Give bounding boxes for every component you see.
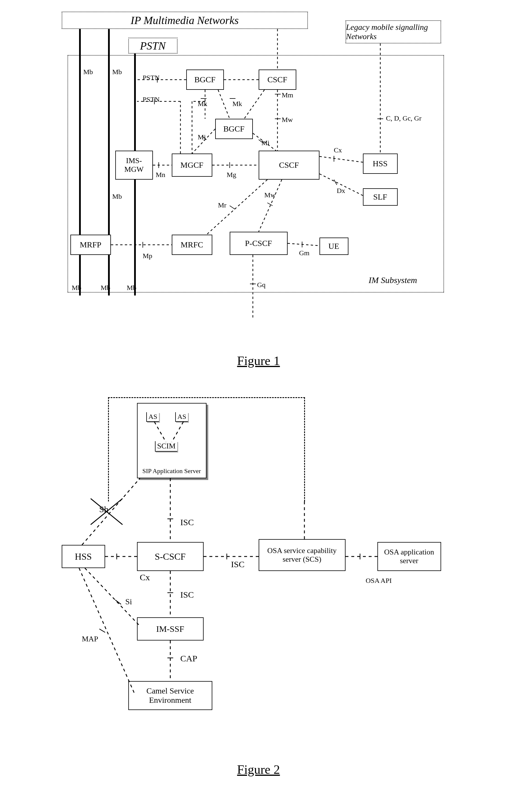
lbl-cx-2: Cx: [140, 573, 150, 582]
as-1: AS: [146, 412, 159, 422]
lbl-pstn-1: PSTN: [143, 74, 160, 82]
lbl-mb-4: Mb: [72, 284, 81, 292]
figure-1-caption: Figure 1: [11, 353, 506, 368]
slf: SLF: [363, 188, 398, 206]
svg-line-60: [115, 600, 121, 604]
as-2: AS: [175, 412, 188, 422]
bgcf-1: BGCF: [186, 69, 224, 90]
figure-2-caption: Figure 2: [11, 762, 506, 777]
lbl-gq: Gq: [257, 281, 266, 289]
im-ssf: IM-SSF: [137, 617, 204, 640]
svg-line-62: [99, 629, 105, 632]
figure-2: AS AS SCIM SIP Application Server HSS S-…: [56, 392, 461, 739]
lbl-isc-3: ISC: [180, 590, 194, 600]
lbl-mk-2: Mk: [233, 100, 242, 108]
hss: HSS: [363, 153, 398, 174]
lbl-mr: Mr: [218, 201, 227, 209]
lbl-isc-1: ISC: [180, 517, 194, 527]
mrfp: MRFP: [70, 235, 111, 255]
lbl-cx: Cx: [334, 146, 342, 154]
lbl-sh: Sh: [99, 504, 109, 514]
lbl-mg: Mg: [227, 171, 236, 179]
legacy-label: Legacy mobile signalling Networks: [346, 23, 440, 41]
lbl-mi: Mi: [262, 139, 270, 147]
ip-networks-label: IP Multimedia Networks: [131, 14, 239, 27]
lbl-mb-5: Mb: [101, 284, 110, 292]
pstn-label: PSTN: [140, 39, 166, 52]
p-cscf: P-CSCF: [230, 232, 288, 255]
ue: UE: [319, 237, 348, 255]
sip-as-box: AS AS SCIM SIP Application Server: [137, 403, 206, 478]
sip-as-label: SIP Application Server: [138, 467, 206, 475]
cscf-main: CSCF: [259, 151, 319, 180]
lbl-si: Si: [125, 597, 132, 606]
legacy-box: Legacy mobile signalling Networks: [346, 20, 441, 44]
lbl-mb-2: Mb: [112, 68, 122, 76]
cscf-top: CSCF: [259, 69, 296, 90]
lbl-mp: Mp: [143, 252, 152, 260]
lbl-cap: CAP: [180, 654, 197, 663]
lbl-mn: Mn: [156, 171, 165, 179]
svg-line-52: [79, 568, 134, 693]
s-cscf: S-CSCF: [137, 542, 204, 571]
hss-2: HSS: [62, 545, 105, 568]
lbl-map: MAP: [82, 635, 98, 643]
mrfc: MRFC: [172, 235, 212, 255]
bgcf-2: BGCF: [215, 119, 253, 139]
lbl-mb-1: Mb: [83, 68, 93, 76]
lbl-cdgcgr: C, D, Gc, Gr: [386, 114, 422, 122]
camel: Camel Service Environment: [128, 681, 212, 710]
lbl-isc-2: ISC: [231, 559, 245, 569]
lbl-dx: Dx: [337, 187, 345, 195]
osa-as: OSA application server: [377, 542, 441, 571]
ip-networks-box: IP Multimedia Networks: [62, 11, 308, 29]
lbl-pstn-2: PSTN: [143, 95, 160, 104]
lbl-mm: Mm: [282, 91, 293, 99]
im-subsystem-label: IM Subsystem: [369, 275, 417, 285]
lbl-mj: Mj: [198, 133, 206, 141]
osa-scs: OSA service capability server (SCS): [259, 539, 346, 571]
lbl-gm: Gm: [299, 249, 310, 257]
scim: SCIM: [155, 441, 177, 452]
ims-mgw: IMS-MGW: [115, 151, 153, 180]
pstn-box: PSTN: [128, 38, 177, 54]
lbl-mb-6: Mb: [127, 284, 137, 292]
vline-2: [108, 29, 110, 295]
lbl-osa-api: OSA API: [366, 577, 392, 585]
figure-1: IP Multimedia Networks PSTN Legacy mobil…: [56, 11, 461, 330]
lbl-mw-2: Mw: [264, 191, 276, 199]
lbl-mk-1: Mk: [198, 100, 207, 108]
mgcf: MGCF: [172, 153, 212, 177]
lbl-mw-1: Mw: [282, 116, 293, 124]
vline-1: [79, 29, 81, 295]
lbl-mb-3: Mb: [112, 193, 122, 200]
